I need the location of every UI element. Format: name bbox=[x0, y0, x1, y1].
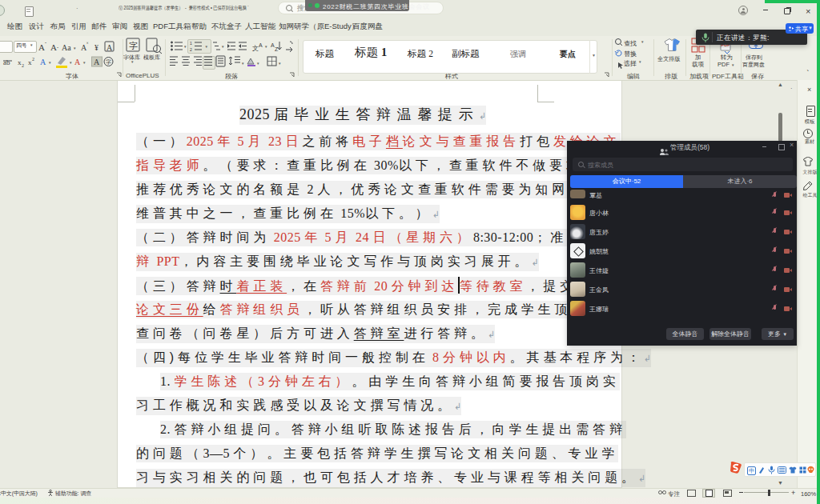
svg-text:A: A bbox=[40, 58, 46, 66]
svg-text:▼: ▼ bbox=[264, 45, 267, 49]
svg-text:Aa: Aa bbox=[62, 43, 71, 52]
svg-text:A: A bbox=[259, 42, 263, 48]
svg-text:2: 2 bbox=[190, 47, 192, 52]
svg-text:▼: ▼ bbox=[48, 61, 51, 65]
svg-text:▼: ▼ bbox=[256, 62, 259, 66]
svg-text:2: 2 bbox=[22, 63, 24, 68]
svg-text:A: A bbox=[74, 58, 81, 66]
svg-text:▼: ▼ bbox=[73, 46, 76, 50]
svg-text:ab: ab bbox=[3, 58, 10, 66]
svg-text:˟: ˟ bbox=[86, 42, 89, 46]
svg-text:▼: ▼ bbox=[221, 45, 224, 49]
svg-text:▼: ▼ bbox=[69, 61, 72, 65]
svg-text:A: A bbox=[50, 42, 57, 52]
svg-text:▼: ▼ bbox=[241, 62, 244, 66]
svg-text:2: 2 bbox=[32, 57, 34, 62]
svg-text:Z: Z bbox=[275, 46, 279, 52]
svg-text:A: A bbox=[38, 42, 45, 52]
svg-text:ˆ: ˆ bbox=[45, 42, 46, 46]
svg-text:¥: ¥ bbox=[94, 43, 98, 52]
svg-text:A: A bbox=[94, 58, 100, 66]
svg-text:字: 字 bbox=[129, 41, 138, 50]
svg-text:文: 文 bbox=[252, 45, 259, 52]
svg-text:ˇ: ˇ bbox=[57, 46, 58, 51]
svg-text:A: A bbox=[107, 43, 113, 52]
svg-text:▼: ▼ bbox=[82, 61, 86, 65]
svg-text:字: 字 bbox=[106, 59, 111, 65]
svg-text:▼: ▼ bbox=[183, 45, 187, 49]
svg-text:▼: ▼ bbox=[278, 62, 281, 66]
svg-text:▼: ▼ bbox=[205, 45, 208, 49]
svg-text:1: 1 bbox=[190, 41, 192, 46]
